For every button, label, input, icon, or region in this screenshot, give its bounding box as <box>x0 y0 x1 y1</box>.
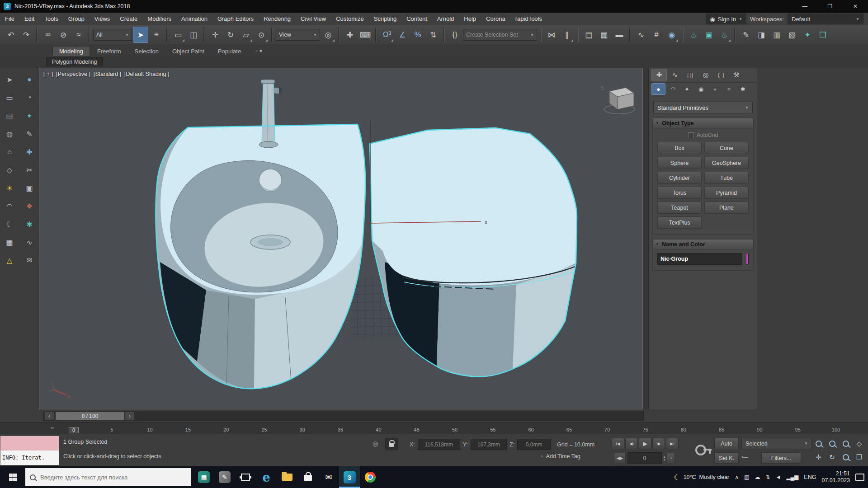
menu-corona[interactable]: Corona <box>481 13 510 25</box>
z-coordinate-field[interactable] <box>517 439 551 450</box>
tray-cloud-icon[interactable]: ☁ <box>755 474 760 480</box>
left-toolbar-button[interactable]: ☾ <box>2 218 17 230</box>
ribbon-minimize-caret[interactable]: ▾ <box>259 47 263 54</box>
left-toolbar-button[interactable]: ◔ <box>22 91 37 104</box>
menu-content[interactable]: Content <box>401 13 432 25</box>
viewport-menu-general[interactable]: [ + ] <box>43 71 53 77</box>
menu-modifiers[interactable]: Modifiers <box>142 13 176 25</box>
left-toolbar-button[interactable]: ▦ <box>2 236 17 249</box>
snap-toggle-3d[interactable]: Ω³ <box>380 27 394 42</box>
pinned-app-2[interactable]: ✎ <box>214 466 235 488</box>
toolbar-extra-button-4[interactable]: ▧ <box>785 27 799 42</box>
start-button[interactable] <box>0 466 25 488</box>
left-toolbar-button[interactable]: ✚ <box>22 145 37 158</box>
autogrid-checkbox[interactable] <box>688 132 694 138</box>
left-toolbar-button[interactable]: ☀ <box>2 182 17 194</box>
left-toolbar-button[interactable]: ● <box>22 73 37 86</box>
time-configuration-button[interactable]: ◔ <box>667 453 675 463</box>
network-signal-icon[interactable]: ▂▄▆ <box>786 474 798 480</box>
tube-button[interactable]: Tube <box>704 172 749 184</box>
store-app[interactable] <box>297 466 318 488</box>
left-toolbar-button[interactable]: ✱ <box>22 218 37 230</box>
current-frame-field[interactable] <box>627 452 662 464</box>
go-to-end-button[interactable]: ▶I <box>666 438 679 449</box>
menu-graph-editors[interactable]: Graph Editors <box>212 13 259 25</box>
rendered-frame-window-button[interactable]: ▣ <box>702 27 716 42</box>
plane-button[interactable]: Plane <box>704 202 749 214</box>
left-toolbar-button[interactable]: ▣ <box>22 182 37 194</box>
edit-named-selection-sets-button[interactable]: {} <box>448 27 462 42</box>
spinner-up-icon[interactable]: ▴ <box>664 455 665 458</box>
category-shapes[interactable]: ◠ <box>666 84 679 94</box>
toolbar-extra-button-1[interactable]: ✎ <box>739 27 753 42</box>
chrome-app[interactable] <box>360 466 381 488</box>
menu-create[interactable]: Create <box>115 13 142 25</box>
action-center-button[interactable] <box>855 474 864 481</box>
key-mode-toggle[interactable]: ◀▶ <box>614 453 626 463</box>
mail-app[interactable]: ✉ <box>318 466 339 488</box>
workspaces-dropdown[interactable]: Default ▼ <box>788 14 863 24</box>
tab-utilities[interactable]: ⚒ <box>729 69 744 81</box>
3dsmax-taskbar-app[interactable]: 3 <box>339 466 360 488</box>
left-toolbar-button[interactable]: ❖ <box>22 200 37 212</box>
left-toolbar-button[interactable]: ▤ <box>2 109 17 122</box>
zoom-button[interactable] <box>812 437 825 450</box>
sphere-button[interactable]: Sphere <box>657 157 702 169</box>
ribbon-options-icon[interactable]: ◦ <box>255 47 258 54</box>
toilet-object[interactable] <box>370 128 577 377</box>
select-and-place-button[interactable]: ⊙ <box>254 27 269 42</box>
field-of-view-button[interactable]: ◇ <box>853 437 866 450</box>
redo-button[interactable]: ↷ <box>19 27 33 42</box>
file-explorer-app[interactable] <box>277 466 297 488</box>
menu-scripting[interactable]: Scripting <box>369 13 402 25</box>
mirror-button[interactable]: ⋈ <box>544 27 559 42</box>
tray-sync-icon[interactable]: ⇅ <box>765 474 770 480</box>
left-toolbar-button[interactable]: ✦ <box>22 109 37 122</box>
add-time-tag[interactable]: ◔ Add Time Tag <box>540 453 580 460</box>
reference-coordinate-system-dropdown[interactable]: View ▼ <box>276 29 320 41</box>
menu-file[interactable]: File <box>0 13 19 25</box>
percent-snap-toggle[interactable]: % <box>410 27 425 42</box>
bind-to-space-warp-button[interactable]: ≈ <box>71 27 86 42</box>
ribbon-tab-selection[interactable]: Selection <box>128 47 165 56</box>
ribbon-tab-modeling[interactable]: Modeling <box>52 46 90 56</box>
toggle-ribbon-button[interactable]: ▬ <box>612 27 627 42</box>
play-button[interactable]: ▶ <box>639 438 651 449</box>
left-toolbar-button[interactable]: ✉ <box>22 254 37 267</box>
sign-in-dropdown[interactable]: ◉ Sign In ▼ <box>706 14 746 24</box>
spinner-snap-toggle[interactable]: ⇅ <box>426 27 440 42</box>
menu-edit[interactable]: Edit <box>19 13 39 25</box>
viewcube-home-icon[interactable]: ⌂ <box>600 84 604 91</box>
macro-recorder-pane[interactable] <box>0 436 59 450</box>
curve-editor-button[interactable]: ∿ <box>634 27 648 42</box>
toolbar-extra-button-6[interactable]: ❒ <box>816 27 830 42</box>
trackbar-ruler[interactable]: 0 5 10 15 20 25 30 35 40 45 50 55 60 65 … <box>74 422 836 434</box>
key-filters-selection-dropdown[interactable]: Selected ▼ <box>741 438 812 449</box>
render-setup-button[interactable]: ♨ <box>686 27 701 42</box>
toolbar-extra-button-5[interactable]: ✦ <box>800 27 815 42</box>
spinner-down-icon[interactable]: ▾ <box>664 458 665 461</box>
box-button[interactable]: Box <box>657 142 702 154</box>
textplus-button[interactable]: TextPlus <box>657 216 702 229</box>
viewport-canvas[interactable]: [ + ] [Perspective ] [Standard ] [Defaul… <box>39 68 643 409</box>
menu-customize[interactable]: Customize <box>331 13 368 25</box>
undo-button[interactable]: ↶ <box>4 27 18 42</box>
keyboard-shortcut-override-toggle[interactable]: ⌨ <box>358 27 373 42</box>
use-pivot-point-center-button[interactable]: ◎ <box>321 27 335 42</box>
next-frame-button[interactable]: I▶ <box>652 438 665 449</box>
edge-app[interactable]: e <box>256 466 277 488</box>
ribbon-tab-populate[interactable]: Populate <box>212 47 247 56</box>
toggle-scene-explorer-button[interactable]: ▤ <box>581 27 596 42</box>
isolate-selection-toggle[interactable]: ◎ <box>373 440 378 448</box>
mini-curve-editor-button[interactable]: ≈ <box>51 425 54 432</box>
viewcube[interactable]: ⌂ <box>600 84 635 114</box>
volume-icon[interactable]: ◄ <box>775 474 781 480</box>
minimize-button[interactable]: — <box>792 0 817 13</box>
pinned-app-1[interactable]: ▦ <box>193 466 214 488</box>
set-key-button[interactable]: Set K. <box>714 452 739 464</box>
menu-views[interactable]: Views <box>90 13 115 25</box>
left-toolbar-button[interactable]: ▭ <box>2 91 17 104</box>
zoom-extents-button[interactable] <box>839 437 852 450</box>
schematic-view-button[interactable]: # <box>649 27 664 42</box>
category-lights[interactable]: ✦ <box>680 84 693 94</box>
